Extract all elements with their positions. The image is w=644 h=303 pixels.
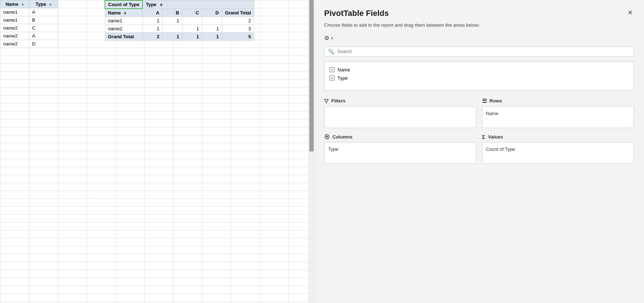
pivot-name1-grand: 2 (222, 17, 254, 25)
values-item-count-of-type: Count of Type (486, 145, 630, 153)
values-section: Σ Values Count of Type (482, 134, 634, 164)
field-label-type: Type (338, 75, 348, 81)
filters-section: ▽ Filters (324, 98, 476, 128)
pivot-grand-total-label: Grand Total (105, 33, 142, 41)
spreadsheet-area: Name ∨ Type ∨ name1 A name1 B name2 C (0, 0, 314, 303)
panel-header: PivotTable Fields × (324, 9, 634, 18)
pivot-total-grand: 5 (222, 33, 254, 41)
table-row: name2 C (0, 24, 58, 32)
search-icon: 🔍 (328, 49, 334, 54)
field-item-type: Type (330, 74, 628, 82)
field-checkbox-name[interactable] (330, 67, 335, 72)
search-box[interactable]: 🔍 (324, 47, 634, 57)
scrollbar-thumb[interactable] (309, 0, 314, 152)
pivot-name1: name1 (105, 17, 142, 25)
pivot-data-row: name2 1 1 1 3 (105, 25, 254, 33)
close-button[interactable]: × (626, 9, 634, 17)
rows-box[interactable]: Name (482, 106, 634, 128)
fields-list: Name Type (324, 62, 634, 91)
field-checkbox-type[interactable] (330, 75, 335, 80)
col-header-grand-total: Grand Total (222, 9, 254, 17)
columns-label: Columns (332, 134, 353, 140)
pivot-name1-a: 1 (142, 17, 162, 25)
panel-subtitle: Choose fields to add to the report and d… (324, 22, 634, 29)
search-input[interactable] (337, 49, 630, 54)
pivot-table-wrapper: Count of Type Type ∨ Name ∨ A B C D Gran… (105, 0, 254, 41)
gear-button[interactable]: ⚙ ∨ (324, 35, 333, 41)
rows-section: ☰ Rows Name (482, 98, 634, 128)
pivot-total-c: 1 (182, 33, 202, 41)
field-label-name: Name (338, 67, 350, 73)
pivot-table: Count of Type Type ∨ Name ∨ A B C D Gran… (105, 0, 254, 41)
table-row: name1 A (0, 8, 58, 16)
columns-box[interactable]: Type (324, 142, 476, 164)
columns-header: ⦿ Columns (324, 134, 476, 140)
gear-row: ⚙ ∨ (324, 35, 634, 41)
values-box[interactable]: Count of Type (482, 142, 634, 164)
table-row: name1 B (0, 16, 58, 24)
columns-item-type: Type (328, 145, 472, 153)
gear-dropdown-arrow: ∨ (331, 36, 333, 40)
col-header-b: B (162, 9, 182, 17)
columns-section: ⦿ Columns Type (324, 134, 476, 164)
columns-icon: ⦿ (324, 134, 330, 140)
pivot-name2-grand: 3 (222, 25, 254, 33)
pivot-col-header-row: Name ∨ A B C D Grand Total (105, 9, 254, 17)
filters-label: Filters (331, 98, 345, 104)
values-icon: Σ (482, 134, 485, 140)
col-header-c: C (182, 9, 202, 17)
values-label: Values (488, 134, 503, 140)
pivot-top-header: Count of Type Type ∨ (105, 0, 254, 9)
source-name-header[interactable]: Name ∨ (0, 0, 29, 8)
pivot-total-a: 2 (142, 33, 162, 41)
table-row: name2 A (0, 32, 58, 40)
panel-title: PivotTable Fields (324, 9, 389, 18)
pivot-data-row: name1 1 1 2 (105, 17, 254, 25)
pivot-grand-total-row: Grand Total 2 1 1 1 5 (105, 33, 254, 41)
gear-icon: ⚙ (324, 35, 329, 41)
pivot-name-header[interactable]: Name ∨ (105, 9, 142, 17)
count-of-type-cell: Count of Type (105, 0, 142, 9)
rows-label: Rows (490, 98, 502, 104)
areas-grid: ▽ Filters ☰ Rows Name ⦿ Columns Type (324, 98, 634, 164)
type-dropdown-icon[interactable]: ∨ (160, 3, 163, 7)
rows-header: ☰ Rows (482, 98, 634, 104)
pivot-name1-b: 1 (162, 17, 182, 25)
filters-box[interactable] (324, 106, 476, 128)
pivot-name2-a: 1 (142, 25, 162, 33)
vertical-scrollbar[interactable] (309, 0, 314, 303)
pivot-name1-c (182, 17, 202, 25)
filters-header: ▽ Filters (324, 98, 476, 104)
table-row: name2 D (0, 40, 58, 48)
filters-icon: ▽ (324, 98, 328, 104)
name-dropdown-icon[interactable]: ∨ (21, 3, 24, 6)
col-header-a: A (142, 9, 162, 17)
pivot-total-d: 1 (202, 33, 222, 41)
source-data-table: Name ∨ Type ∨ name1 A name1 B name2 C (0, 0, 58, 48)
name-filter-dropdown[interactable]: ∨ (124, 11, 126, 15)
pivot-total-b: 1 (162, 33, 182, 41)
source-type-header[interactable]: Type ∨ (29, 0, 58, 8)
type-dropdown-icon[interactable]: ∨ (49, 3, 52, 6)
field-item-name: Name (330, 66, 628, 74)
pivot-name1-d (202, 17, 222, 25)
pivot-name2: name2 (105, 25, 142, 33)
pivot-name2-b (162, 25, 182, 33)
pivot-type-label: Type ∨ (142, 0, 254, 9)
values-header: Σ Values (482, 134, 634, 140)
rows-icon: ☰ (482, 98, 487, 104)
pivot-name2-d: 1 (202, 25, 222, 33)
pivot-fields-panel: PivotTable Fields × Choose fields to add… (314, 0, 644, 303)
rows-item-name: Name (486, 110, 630, 117)
pivot-name2-c: 1 (182, 25, 202, 33)
col-header-d: D (202, 9, 222, 17)
